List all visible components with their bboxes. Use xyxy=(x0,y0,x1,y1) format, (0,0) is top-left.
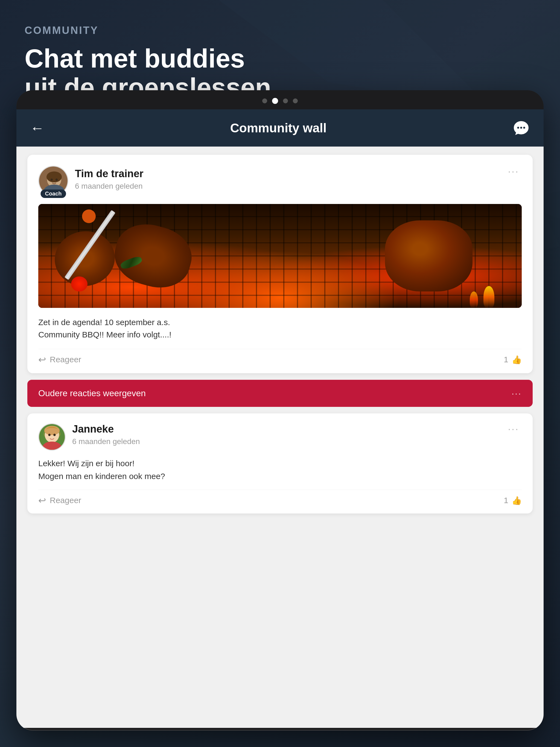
flame-1 xyxy=(483,286,494,308)
older-reactions-bar[interactable]: Oudere reacties weergeven ··· xyxy=(27,380,533,407)
comment-card: Janneke 6 maanden geleden ··· Lekker! Wi… xyxy=(27,413,533,514)
title-line-1: Chat met buddies xyxy=(25,44,245,73)
svg-point-7 xyxy=(517,127,519,129)
skewer-food xyxy=(82,209,96,223)
app-screen: ← Community wall xyxy=(17,109,543,728)
react-label: Reageer xyxy=(50,355,81,364)
comment-like-number: 1 xyxy=(504,496,508,505)
like-thumb-icon: 👍 xyxy=(512,355,522,364)
svg-point-21 xyxy=(53,434,55,436)
post-text: Zet in de agenda! 10 september a.s. Comm… xyxy=(38,316,522,341)
dot-1[interactable] xyxy=(262,98,267,103)
older-reactions-label: Oudere reacties weergeven xyxy=(38,388,146,398)
author-name: Tim de trainer xyxy=(75,168,144,180)
content-scroll[interactable]: Coach Tim de trainer 6 maanden geleden ·… xyxy=(17,147,543,728)
commenter-avatar xyxy=(38,423,66,450)
post-actions: ↩ Reageer 1 👍 xyxy=(38,349,522,365)
react-button[interactable]: ↩ Reageer xyxy=(38,354,81,365)
post-header: Coach Tim de trainer 6 maanden geleden ·… xyxy=(38,166,522,196)
post-card: Coach Tim de trainer 6 maanden geleden ·… xyxy=(27,155,533,373)
dot-2-active[interactable] xyxy=(272,98,278,104)
post-text-line1: Zet in de agenda! 10 september a.s. xyxy=(38,318,170,327)
commenter-name: Janneke xyxy=(72,423,140,435)
post-text-line2: Community BBQ!! Meer info volgt....! xyxy=(38,330,172,339)
like-number: 1 xyxy=(504,355,508,364)
dot-3[interactable] xyxy=(283,98,288,103)
like-count: 1 👍 xyxy=(504,355,522,364)
meat-steak xyxy=(385,221,473,291)
comment-text-line2: Mogen man en kinderen ook mee? xyxy=(38,472,165,481)
device-frame: ← Community wall xyxy=(17,90,543,730)
back-button[interactable]: ← xyxy=(30,121,44,135)
svg-point-20 xyxy=(48,434,50,436)
comment-text-line1: Lekker! Wij zijn er bij hoor! xyxy=(38,459,134,468)
author-avatar-wrap: Coach xyxy=(38,166,68,196)
chat-icon[interactable] xyxy=(512,119,530,137)
svg-point-14 xyxy=(51,179,53,181)
svg-point-15 xyxy=(55,179,58,181)
dot-4[interactable] xyxy=(293,98,298,103)
comment-text: Lekker! Wij zijn er bij hoor! Mogen man … xyxy=(38,457,522,483)
author-info: Tim de trainer 6 maanden geleden xyxy=(75,166,144,190)
pagination-dots xyxy=(17,90,543,109)
react-arrow-icon: ↩ xyxy=(38,354,46,365)
comment-time: 6 maanden geleden xyxy=(72,437,140,446)
post-menu-button[interactable]: ··· xyxy=(505,166,522,177)
janneke-face xyxy=(39,424,65,450)
svg-point-12 xyxy=(47,172,62,182)
top-nav: ← Community wall xyxy=(17,109,543,147)
comment-react-label: Reageer xyxy=(50,496,81,505)
coach-badge: Coach xyxy=(41,189,66,198)
comment-author-info: Janneke 6 maanden geleden xyxy=(72,423,140,446)
comment-like-count: 1 👍 xyxy=(504,496,522,505)
post-author-row: Coach Tim de trainer 6 maanden geleden xyxy=(38,166,144,196)
older-bar-menu-icon[interactable]: ··· xyxy=(512,388,522,398)
flame-2 xyxy=(470,291,478,308)
post-image xyxy=(38,204,522,308)
comment-actions: ↩ Reageer 1 👍 xyxy=(38,490,522,506)
post-time: 6 maanden geleden xyxy=(75,182,144,190)
nav-title: Community wall xyxy=(230,121,327,135)
section-label: COMMUNITY xyxy=(25,25,535,36)
comment-header: Janneke 6 maanden geleden ··· xyxy=(38,423,522,450)
comment-menu-button[interactable]: ··· xyxy=(505,423,522,435)
svg-point-8 xyxy=(520,127,522,129)
comment-react-button[interactable]: ↩ Reageer xyxy=(38,495,81,506)
comment-react-arrow-icon: ↩ xyxy=(38,495,46,506)
svg-point-9 xyxy=(524,127,525,129)
tomato xyxy=(71,277,87,291)
comment-meta: Janneke 6 maanden geleden ··· xyxy=(72,423,522,446)
comment-like-thumb-icon: 👍 xyxy=(512,496,522,505)
bbq-visual xyxy=(38,204,522,308)
